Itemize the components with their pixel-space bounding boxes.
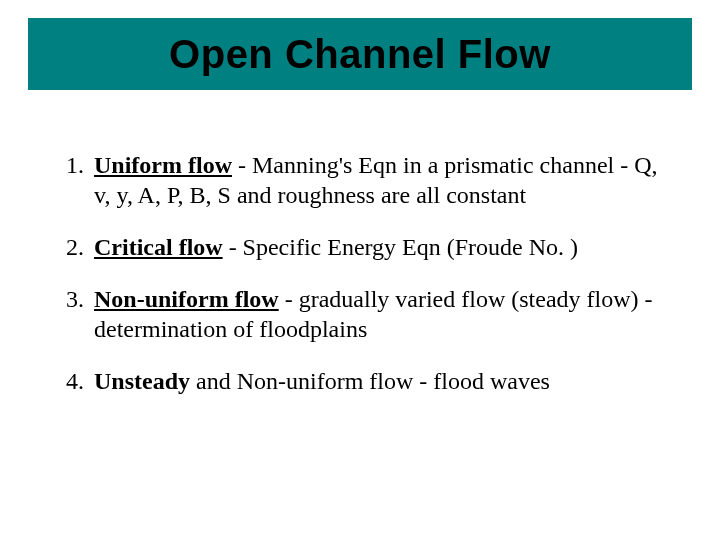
points-list: Uniform flow - Manning's Eqn in a prisma…	[50, 150, 670, 396]
title-bar: Open Channel Flow	[28, 18, 692, 90]
item-term: Critical flow	[94, 234, 223, 260]
item-rest: and Non-uniform flow - flood waves	[190, 368, 550, 394]
item-term: Uniform flow	[94, 152, 232, 178]
list-item: Uniform flow - Manning's Eqn in a prisma…	[90, 150, 670, 210]
content-area: Uniform flow - Manning's Eqn in a prisma…	[50, 150, 670, 418]
list-item: Unsteady and Non-uniform flow - flood wa…	[90, 366, 670, 396]
list-item: Non-uniform flow - gradually varied flow…	[90, 284, 670, 344]
list-item: Critical flow - Specific Energy Eqn (Fro…	[90, 232, 670, 262]
item-term: Non-uniform flow	[94, 286, 279, 312]
item-rest: - Specific Energy Eqn (Froude No. )	[223, 234, 578, 260]
item-lead: Unsteady	[94, 368, 190, 394]
slide: Open Channel Flow Uniform flow - Manning…	[0, 0, 720, 540]
slide-title: Open Channel Flow	[169, 32, 551, 77]
